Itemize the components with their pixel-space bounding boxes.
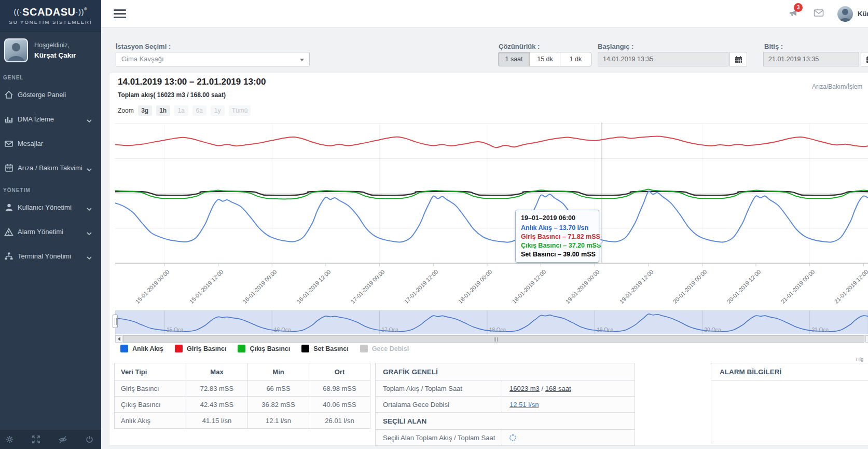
legend-swatch	[360, 345, 368, 352]
night-flow-link[interactable]: 12.51 l/sn	[509, 401, 539, 409]
start-date-input[interactable]: 14.01.2019 13:35	[598, 52, 728, 66]
logo-text: SCADASU	[22, 6, 75, 18]
sitemap-icon	[3, 252, 15, 261]
power-icon[interactable]	[84, 435, 96, 444]
zoom-button-1h[interactable]: 1h	[156, 105, 170, 116]
table-row: Giriş Basıncı72.83 mSS66 mSS68.98 mSS	[115, 380, 370, 397]
person-silhouette-icon	[837, 6, 853, 22]
chevron-down-icon	[87, 205, 92, 213]
fullscreen-icon[interactable]	[30, 435, 43, 444]
avatar[interactable]	[837, 6, 853, 22]
resolution-button-1saat[interactable]: 1 saat	[498, 52, 530, 66]
sidebar-user-block: Hoşgeldiniz, Kürşat Çakır	[0, 32, 101, 67]
legend-item-set-basinci[interactable]: Set Basıncı	[301, 345, 348, 352]
envelope-icon	[814, 9, 824, 17]
sidebar-item-dma-izleme[interactable]: DMA İzleme	[0, 107, 101, 131]
chevron-down-icon	[87, 117, 92, 125]
sidebar-item-alarm-yonetimi[interactable]: Alarm Yönetimi	[0, 220, 101, 244]
zoom-button-1y[interactable]: 1y	[211, 105, 225, 116]
calendar-icon	[866, 56, 868, 63]
table-header-row: Veri Tipi Max Min Ort	[115, 363, 370, 380]
sidebar-item-kullanici-yonetimi[interactable]: Kullanıcı Yönetimi	[0, 195, 101, 220]
chevron-down-icon	[87, 166, 92, 173]
row-label: Seçili Alan Toplam Akış / Toplam Saat	[376, 430, 502, 446]
sidebar: ((·SCADASU·))® SU YÖNETİM SİSTEMLERİ Hoş…	[0, 0, 101, 449]
caret-down-icon	[300, 59, 304, 61]
hamburger-menu-icon[interactable]	[114, 9, 126, 18]
table-row: Seçili Alan Toplam Akış / Toplam Saat	[376, 430, 635, 446]
end-date-label: Bitiş :	[764, 43, 783, 50]
zoom-button-6a[interactable]: 6a	[192, 105, 206, 116]
veri-tipi-table: Veri Tipi Max Min Ort Giriş Basıncı72.83…	[114, 363, 370, 429]
sidebar-item-label: Mesajlar	[18, 140, 43, 147]
legend-item-gece-debisi[interactable]: Gece Debisi	[360, 345, 409, 352]
zoom-button-1a[interactable]: 1a	[174, 105, 188, 116]
column-header: Min	[248, 363, 309, 380]
main-chart-plot[interactable]	[115, 120, 868, 271]
total-hours-link[interactable]: 168 saat	[545, 385, 571, 392]
alarm-table-body	[711, 380, 868, 443]
sidebar-item-label: Terminal Yönetimi	[18, 252, 71, 260]
station-select[interactable]: Gima Kavşağı	[116, 52, 310, 66]
legend-swatch	[301, 345, 309, 352]
avatar[interactable]	[4, 38, 28, 62]
column-header: Ort	[309, 363, 370, 380]
table-row: Çıkış Basıncı42.43 mSS36.82 mSS40.06 mSS	[115, 397, 370, 413]
zoom-button-tumu[interactable]: Tümü	[229, 105, 251, 116]
alarm-bilgileri-table: ALARM BİLGİLERİ	[711, 363, 868, 380]
end-date-calendar-button[interactable]	[861, 52, 868, 66]
sidebar-item-label: Kullanıcı Yönetimi	[18, 203, 72, 211]
notification-badge: 3	[794, 3, 803, 12]
end-date-input[interactable]: 21.01.2019 13:35	[763, 52, 859, 66]
navigator-label: 18 Oca	[489, 327, 506, 333]
table-row: Ortalama Gece Debisi 12.51 l/sn	[376, 397, 635, 413]
nav-section-genel: GENEL	[0, 67, 101, 83]
brand-tagline: SU YÖNETİM SİSTEMLERİ	[0, 19, 101, 25]
navigator-label: 15 Oca	[167, 327, 184, 333]
column-header: Veri Tipi	[115, 363, 186, 380]
sidebar-item-ariza-bakim-takvimi[interactable]: Arıza / Bakım Takvimi	[0, 156, 101, 180]
resolution-label: Çözünürlük :	[499, 43, 540, 50]
navigator-label: 19 Oca	[597, 327, 614, 333]
logo-wave-right: ·))	[76, 7, 85, 16]
navigator-label: 20 Oca	[704, 327, 721, 333]
brand-logo[interactable]: ((·SCADASU·))® SU YÖNETİM SİSTEMLERİ	[0, 0, 101, 32]
envelope-icon	[3, 140, 15, 147]
tooltip-row: Anlık Akış – 13.70 l/sn	[521, 224, 594, 232]
zoom-button-3g[interactable]: 3g	[138, 105, 152, 116]
resolution-button-15dk[interactable]: 15 dk	[529, 52, 561, 66]
scrollbar-thumb[interactable]	[123, 335, 864, 343]
scrollbar-right-arrow[interactable]	[865, 335, 868, 343]
chevron-down-icon	[87, 254, 92, 262]
sidebar-item-terminal-yonetimi[interactable]: Terminal Yönetimi	[0, 244, 101, 268]
chart-scrollbar[interactable]	[115, 335, 868, 342]
sidebar-item-gosterge-paneli[interactable]: Gösterge Paneli	[0, 83, 101, 107]
navigator-chart[interactable]: 15 Oca16 Oca17 Oca18 Oca19 Oca20 Oca21 O…	[115, 310, 868, 334]
eye-slash-icon[interactable]	[57, 436, 69, 444]
records-link[interactable]: Arıza/Bakım/İşlem	[812, 83, 862, 90]
sidebar-item-mesajlar[interactable]: Mesajlar	[0, 131, 101, 156]
table-row: Toplam Akış / Toplam Saat 16023 m3 / 168…	[376, 380, 635, 397]
chart-tooltip: 19–01–2019 06:00 Anlık Akış – 13.70 l/sn…	[515, 210, 599, 263]
start-date-calendar-button[interactable]	[729, 52, 747, 66]
legend-item-cikis-basinci[interactable]: Çıkış Basıncı	[238, 345, 290, 352]
series-line-Giriş Basıncı	[115, 136, 868, 147]
chart-legend: Anlık Akış Giriş Basıncı Çıkış Basıncı S…	[120, 345, 420, 352]
navigator-label: 17 Oca	[382, 327, 399, 333]
total-flow-link[interactable]: 16023 m3	[509, 385, 540, 392]
navigator-handle[interactable]	[113, 315, 118, 328]
chart-bars-icon	[3, 115, 15, 124]
messages-button[interactable]	[814, 9, 824, 19]
announcements-button[interactable]: 3	[789, 8, 799, 20]
sidebar-item-label: Arıza / Bakım Takvimi	[18, 164, 82, 172]
legend-item-anlik-akis[interactable]: Anlık Akış	[120, 345, 163, 352]
chart-subtitle: Toplam akış( 16023 m3 / 168.00 saat)	[118, 91, 226, 99]
gear-icon[interactable]	[3, 435, 16, 444]
scrollbar-left-arrow[interactable]	[115, 335, 122, 343]
sidebar-username: Kürşat Çakır	[34, 51, 76, 59]
column-header: Max	[186, 363, 248, 380]
chevron-down-icon	[87, 229, 92, 237]
row-label: Toplam Akış / Toplam Saat	[376, 380, 502, 397]
resolution-button-1dk[interactable]: 1 dk	[560, 52, 591, 66]
legend-item-giris-basinci[interactable]: Giriş Basıncı	[175, 345, 226, 352]
